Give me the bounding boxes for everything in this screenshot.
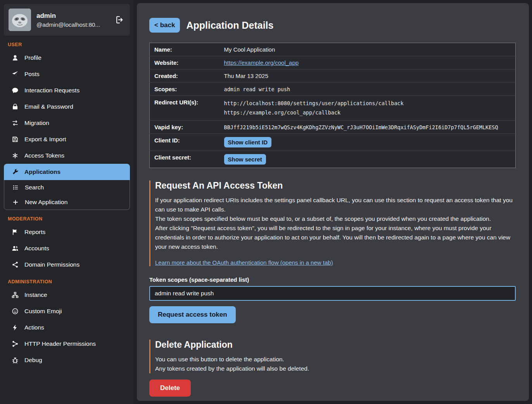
show-client-id-button[interactable]: Show client ID (224, 137, 272, 147)
row-label: Redirect URI(s): (150, 96, 224, 121)
sidebar-item-export-import[interactable]: Export & Import (4, 131, 130, 147)
back-button[interactable]: < back (149, 18, 180, 33)
sidebar-item-label: Applications (24, 168, 60, 175)
share-nodes-icon (12, 261, 19, 268)
row-value: Thu Mar 13 2025 (224, 69, 516, 83)
sidebar-item-label: New Application (25, 199, 67, 206)
row-label: Client ID: (150, 134, 224, 151)
row-value: admin read write push (224, 83, 516, 96)
sidebar-item-label: Actions (24, 324, 44, 331)
sidebar-item-new-application[interactable]: New Application (4, 195, 130, 210)
table-row-website: Website: https://example.org/cool_app (150, 56, 516, 69)
delete-application-section: Delete Application You can use this butt… (149, 340, 516, 373)
sidebar-item-label: Access Tokens (24, 152, 64, 159)
token-scopes-input[interactable] (149, 286, 516, 301)
user-name: admin (36, 12, 108, 20)
row-label: Vapid key: (150, 121, 224, 134)
sidebar-item-label: Profile (24, 54, 41, 61)
bolt-icon (12, 324, 19, 331)
smiley-icon (12, 308, 19, 315)
sidebar-item-migration[interactable]: Migration (4, 115, 130, 131)
settings-app: admin @admin@localhost:80... USER Profil… (0, 0, 532, 404)
row-value: My Cool Application (224, 43, 516, 56)
sidebar-item-label: Interaction Requests (24, 87, 79, 94)
page-title: Application Details (186, 20, 273, 31)
row-label: Website: (150, 56, 224, 69)
sidebar-item-email-password[interactable]: Email & Password (4, 99, 130, 115)
sidebar-item-accounts[interactable]: Accounts (4, 240, 130, 257)
sidebar-item-interaction-requests[interactable]: Interaction Requests (4, 82, 130, 99)
section-paragraph: The token scopes specified below must be… (155, 214, 516, 224)
sidebar-item-label: Export & Import (24, 136, 66, 143)
row-label: Scopes: (150, 83, 224, 96)
application-details-table: Name: My Cool Application Website: https… (149, 43, 516, 168)
request-token-section: Request An API Access Token If your appl… (149, 180, 516, 266)
sidebar-item-applications[interactable]: Applications (4, 164, 130, 180)
sidebar-item-label: Email & Password (24, 103, 73, 110)
sidebar-item-search[interactable]: Search (4, 180, 130, 195)
redirect-uri-2: https://example.org/cool_app/callback (224, 108, 513, 118)
sidebar-item-http-header-permissions[interactable]: HTTP Header Permissions (4, 336, 130, 352)
sidebar-item-posts[interactable]: Posts (4, 66, 130, 82)
show-secret-button[interactable]: Show secret (224, 154, 266, 165)
table-row-scopes: Scopes: admin read write push (150, 83, 516, 96)
oauth-docs-link[interactable]: Learn more about the OAuth authenticatio… (155, 259, 333, 266)
redirect-uri-1: http://localhost:8080/settings/user/appl… (224, 99, 513, 108)
sidebar-item-label: Instance (24, 291, 47, 298)
section-label-moderation: MODERATION (8, 216, 126, 222)
sidebar-item-actions[interactable]: Actions (4, 319, 130, 336)
applications-submenu: Search New Application (4, 180, 130, 210)
bug-icon (12, 357, 19, 364)
user-icon (12, 54, 19, 61)
delete-button[interactable]: Delete (149, 380, 191, 397)
section-title: Request An API Access Token (155, 180, 516, 191)
row-label: Client secret: (150, 151, 224, 168)
sidebar-item-profile[interactable]: Profile (4, 50, 130, 66)
sidebar-item-access-tokens[interactable]: Access Tokens (4, 147, 130, 164)
sidebar-item-label: HTTP Header Permissions (24, 340, 96, 347)
token-scopes-label: Token scopes (space-separated list) (149, 276, 516, 283)
lock-icon (12, 103, 19, 110)
section-paragraph: If your application redirect URIs includ… (155, 196, 516, 214)
avatar-image (9, 9, 31, 31)
page-header: < back Application Details (149, 18, 516, 33)
table-row-created: Created: Thu Mar 13 2025 (150, 69, 516, 83)
users-icon (12, 245, 19, 252)
avatar (9, 9, 31, 31)
user-handle: @admin@localhost:80... (36, 21, 108, 28)
section-title: Delete Application (155, 340, 516, 350)
sidebar-item-debug[interactable]: Debug (4, 352, 130, 368)
section-paragraph: Any tokens created by the application wi… (155, 364, 516, 373)
user-card[interactable]: admin @admin@localhost:80... (4, 4, 130, 36)
sitemap-icon (12, 291, 19, 298)
sidebar-item-custom-emoji[interactable]: Custom Emoji (4, 303, 130, 319)
plus-icon (12, 199, 19, 206)
sidebar-item-label: Domain Permissions (24, 261, 79, 268)
table-row-client-secret: Client secret: Show secret (150, 151, 516, 168)
sidebar-item-label: Reports (24, 229, 45, 236)
row-label: Name: (150, 43, 224, 56)
paper-plane-icon (12, 71, 19, 78)
sidebar-item-reports[interactable]: Reports (4, 224, 130, 240)
section-paragraph: After clicking "Request access token", y… (155, 224, 516, 251)
list-icon (12, 184, 19, 191)
section-label-administration: ADMINISTRATION (8, 279, 126, 284)
sidebar-item-label: Debug (24, 357, 42, 364)
sidebar-item-label: Accounts (24, 245, 49, 252)
asterisk-token-icon (12, 152, 19, 159)
table-row-client-id: Client ID: Show client ID (150, 134, 516, 151)
website-link[interactable]: https://example.org/cool_app (224, 59, 299, 66)
exchange-arrows-icon (12, 120, 19, 127)
request-access-token-button[interactable]: Request access token (149, 306, 236, 323)
main-content: < back Application Details Name: My Cool… (137, 3, 529, 401)
table-row-redirect-uris: Redirect URI(s): http://localhost:8080/s… (150, 96, 516, 121)
floppy-save-icon (12, 136, 19, 143)
table-row-vapid-key: Vapid key: BBJffJ219b5iE512m7wQSzv4KgKDh… (150, 121, 516, 134)
row-value: BBJffJ219b5iE512m7wQSzv4KgKDhgZZVzNyWC_r… (224, 121, 516, 134)
header-permissions-icon (12, 340, 19, 347)
logout-icon[interactable] (114, 14, 125, 26)
sidebar-item-domain-permissions[interactable]: Domain Permissions (4, 257, 130, 273)
sidebar-item-instance[interactable]: Instance (4, 287, 130, 303)
comment-icon (12, 87, 19, 94)
section-paragraph: You can use this button to delete the ap… (155, 355, 516, 364)
